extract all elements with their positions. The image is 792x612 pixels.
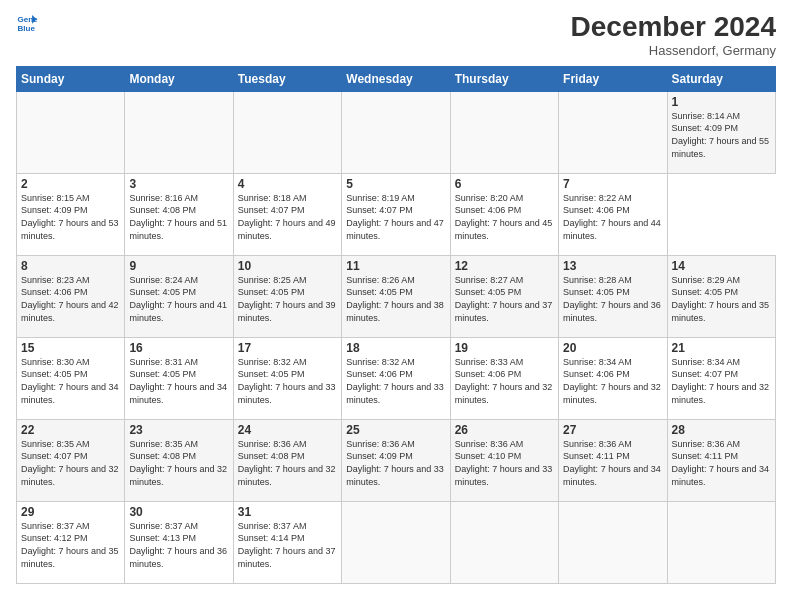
calendar-cell [342, 501, 450, 583]
calendar-cell: 27Sunrise: 8:36 AM Sunset: 4:11 PM Dayli… [559, 419, 667, 501]
calendar-cell: 2Sunrise: 8:15 AM Sunset: 4:09 PM Daylig… [17, 173, 125, 255]
day-info: Sunrise: 8:35 AM Sunset: 4:08 PM Dayligh… [129, 438, 228, 488]
calendar-cell: 3Sunrise: 8:16 AM Sunset: 4:08 PM Daylig… [125, 173, 233, 255]
day-number: 20 [563, 341, 662, 355]
calendar-cell: 12Sunrise: 8:27 AM Sunset: 4:05 PM Dayli… [450, 255, 558, 337]
week-row-1: 2Sunrise: 8:15 AM Sunset: 4:09 PM Daylig… [17, 173, 776, 255]
calendar-cell [450, 91, 558, 173]
day-number: 22 [21, 423, 120, 437]
day-info: Sunrise: 8:27 AM Sunset: 4:05 PM Dayligh… [455, 274, 554, 324]
day-info: Sunrise: 8:25 AM Sunset: 4:05 PM Dayligh… [238, 274, 337, 324]
day-number: 15 [21, 341, 120, 355]
day-info: Sunrise: 8:36 AM Sunset: 4:08 PM Dayligh… [238, 438, 337, 488]
day-info: Sunrise: 8:15 AM Sunset: 4:09 PM Dayligh… [21, 192, 120, 242]
day-info: Sunrise: 8:31 AM Sunset: 4:05 PM Dayligh… [129, 356, 228, 406]
col-monday: Monday [125, 66, 233, 91]
day-number: 30 [129, 505, 228, 519]
day-number: 23 [129, 423, 228, 437]
day-number: 19 [455, 341, 554, 355]
calendar-cell: 26Sunrise: 8:36 AM Sunset: 4:10 PM Dayli… [450, 419, 558, 501]
week-row-5: 29Sunrise: 8:37 AM Sunset: 4:12 PM Dayli… [17, 501, 776, 583]
week-row-3: 15Sunrise: 8:30 AM Sunset: 4:05 PM Dayli… [17, 337, 776, 419]
calendar-cell: 31Sunrise: 8:37 AM Sunset: 4:14 PM Dayli… [233, 501, 341, 583]
calendar-cell [342, 91, 450, 173]
day-info: Sunrise: 8:18 AM Sunset: 4:07 PM Dayligh… [238, 192, 337, 242]
calendar-cell: 21Sunrise: 8:34 AM Sunset: 4:07 PM Dayli… [667, 337, 775, 419]
calendar-cell: 30Sunrise: 8:37 AM Sunset: 4:13 PM Dayli… [125, 501, 233, 583]
day-info: Sunrise: 8:37 AM Sunset: 4:14 PM Dayligh… [238, 520, 337, 570]
calendar-cell [450, 501, 558, 583]
day-info: Sunrise: 8:14 AM Sunset: 4:09 PM Dayligh… [672, 110, 771, 160]
day-info: Sunrise: 8:28 AM Sunset: 4:05 PM Dayligh… [563, 274, 662, 324]
header-row: Sunday Monday Tuesday Wednesday Thursday… [17, 66, 776, 91]
calendar-cell: 20Sunrise: 8:34 AM Sunset: 4:06 PM Dayli… [559, 337, 667, 419]
day-info: Sunrise: 8:22 AM Sunset: 4:06 PM Dayligh… [563, 192, 662, 242]
day-number: 2 [21, 177, 120, 191]
title-block: December 2024 Hassendorf, Germany [571, 12, 776, 58]
week-row-2: 8Sunrise: 8:23 AM Sunset: 4:06 PM Daylig… [17, 255, 776, 337]
day-number: 14 [672, 259, 771, 273]
day-info: Sunrise: 8:24 AM Sunset: 4:05 PM Dayligh… [129, 274, 228, 324]
day-number: 6 [455, 177, 554, 191]
day-info: Sunrise: 8:16 AM Sunset: 4:08 PM Dayligh… [129, 192, 228, 242]
calendar-cell: 8Sunrise: 8:23 AM Sunset: 4:06 PM Daylig… [17, 255, 125, 337]
calendar-cell: 14Sunrise: 8:29 AM Sunset: 4:05 PM Dayli… [667, 255, 775, 337]
col-friday: Friday [559, 66, 667, 91]
header: General Blue December 2024 Hassendorf, G… [16, 12, 776, 58]
calendar-cell: 11Sunrise: 8:26 AM Sunset: 4:05 PM Dayli… [342, 255, 450, 337]
day-number: 7 [563, 177, 662, 191]
day-info: Sunrise: 8:36 AM Sunset: 4:11 PM Dayligh… [563, 438, 662, 488]
day-number: 11 [346, 259, 445, 273]
calendar-cell: 15Sunrise: 8:30 AM Sunset: 4:05 PM Dayli… [17, 337, 125, 419]
day-number: 13 [563, 259, 662, 273]
day-number: 17 [238, 341, 337, 355]
day-info: Sunrise: 8:26 AM Sunset: 4:05 PM Dayligh… [346, 274, 445, 324]
day-number: 3 [129, 177, 228, 191]
calendar-cell: 16Sunrise: 8:31 AM Sunset: 4:05 PM Dayli… [125, 337, 233, 419]
day-number: 21 [672, 341, 771, 355]
day-number: 27 [563, 423, 662, 437]
day-number: 25 [346, 423, 445, 437]
calendar-cell: 13Sunrise: 8:28 AM Sunset: 4:05 PM Dayli… [559, 255, 667, 337]
day-info: Sunrise: 8:37 AM Sunset: 4:12 PM Dayligh… [21, 520, 120, 570]
day-number: 4 [238, 177, 337, 191]
calendar-cell: 18Sunrise: 8:32 AM Sunset: 4:06 PM Dayli… [342, 337, 450, 419]
day-info: Sunrise: 8:36 AM Sunset: 4:09 PM Dayligh… [346, 438, 445, 488]
calendar-cell [125, 91, 233, 173]
day-number: 5 [346, 177, 445, 191]
day-info: Sunrise: 8:36 AM Sunset: 4:10 PM Dayligh… [455, 438, 554, 488]
day-number: 9 [129, 259, 228, 273]
col-thursday: Thursday [450, 66, 558, 91]
day-info: Sunrise: 8:35 AM Sunset: 4:07 PM Dayligh… [21, 438, 120, 488]
day-info: Sunrise: 8:33 AM Sunset: 4:06 PM Dayligh… [455, 356, 554, 406]
col-sunday: Sunday [17, 66, 125, 91]
calendar-cell: 28Sunrise: 8:36 AM Sunset: 4:11 PM Dayli… [667, 419, 775, 501]
calendar-cell: 22Sunrise: 8:35 AM Sunset: 4:07 PM Dayli… [17, 419, 125, 501]
day-info: Sunrise: 8:23 AM Sunset: 4:06 PM Dayligh… [21, 274, 120, 324]
logo-icon: General Blue [16, 12, 38, 34]
day-info: Sunrise: 8:30 AM Sunset: 4:05 PM Dayligh… [21, 356, 120, 406]
calendar-cell [559, 91, 667, 173]
day-info: Sunrise: 8:32 AM Sunset: 4:05 PM Dayligh… [238, 356, 337, 406]
calendar-cell: 17Sunrise: 8:32 AM Sunset: 4:05 PM Dayli… [233, 337, 341, 419]
calendar-cell: 25Sunrise: 8:36 AM Sunset: 4:09 PM Dayli… [342, 419, 450, 501]
col-tuesday: Tuesday [233, 66, 341, 91]
location: Hassendorf, Germany [571, 43, 776, 58]
day-info: Sunrise: 8:29 AM Sunset: 4:05 PM Dayligh… [672, 274, 771, 324]
day-number: 26 [455, 423, 554, 437]
calendar-cell: 7Sunrise: 8:22 AM Sunset: 4:06 PM Daylig… [559, 173, 667, 255]
day-number: 24 [238, 423, 337, 437]
day-info: Sunrise: 8:20 AM Sunset: 4:06 PM Dayligh… [455, 192, 554, 242]
calendar-cell [559, 501, 667, 583]
day-number: 31 [238, 505, 337, 519]
calendar-cell [17, 91, 125, 173]
month-title: December 2024 [571, 12, 776, 43]
calendar-cell: 10Sunrise: 8:25 AM Sunset: 4:05 PM Dayli… [233, 255, 341, 337]
day-info: Sunrise: 8:34 AM Sunset: 4:06 PM Dayligh… [563, 356, 662, 406]
day-number: 16 [129, 341, 228, 355]
calendar-cell: 19Sunrise: 8:33 AM Sunset: 4:06 PM Dayli… [450, 337, 558, 419]
calendar-cell: 6Sunrise: 8:20 AM Sunset: 4:06 PM Daylig… [450, 173, 558, 255]
col-wednesday: Wednesday [342, 66, 450, 91]
day-info: Sunrise: 8:37 AM Sunset: 4:13 PM Dayligh… [129, 520, 228, 570]
calendar-cell: 23Sunrise: 8:35 AM Sunset: 4:08 PM Dayli… [125, 419, 233, 501]
